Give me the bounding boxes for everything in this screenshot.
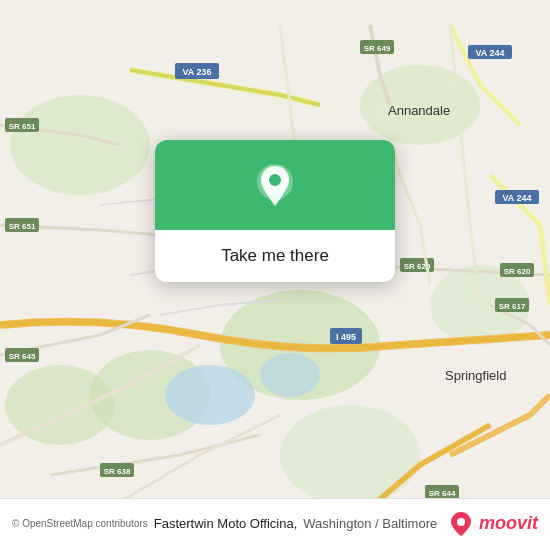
svg-text:Annandale: Annandale (388, 103, 450, 118)
svg-point-43 (457, 518, 465, 526)
cta-icon-area (155, 140, 395, 230)
svg-text:SR 617: SR 617 (499, 302, 526, 311)
svg-text:SR 645: SR 645 (9, 352, 36, 361)
cta-card: Take me there (155, 140, 395, 282)
svg-text:VA 236: VA 236 (182, 67, 211, 77)
moovit-logo: moovit (447, 510, 538, 538)
svg-text:VA 244: VA 244 (502, 193, 531, 203)
place-name: Fastertwin Moto Officina, (154, 516, 298, 531)
svg-point-42 (269, 174, 281, 186)
svg-text:I 495: I 495 (336, 332, 356, 342)
region-name: Washington / Baltimore (303, 516, 437, 531)
take-me-there-button[interactable]: Take me there (155, 230, 395, 282)
svg-point-8 (165, 365, 255, 425)
svg-text:Springfield: Springfield (445, 368, 506, 383)
info-left: © OpenStreetMap contributors Fastertwin … (12, 516, 437, 531)
svg-text:SR 649: SR 649 (364, 44, 391, 53)
svg-point-7 (280, 405, 420, 505)
svg-point-9 (260, 353, 320, 397)
copyright-text: © OpenStreetMap contributors (12, 518, 148, 529)
location-pin-icon (251, 162, 299, 210)
svg-text:SR 651: SR 651 (9, 222, 36, 231)
svg-text:SR 651: SR 651 (9, 122, 36, 131)
svg-text:SR 644: SR 644 (429, 489, 456, 498)
map-container: I 495 VA 236 SR 649 VA 244 SR 651 SR 651… (0, 0, 550, 550)
svg-text:SR 620: SR 620 (504, 267, 531, 276)
svg-point-1 (10, 95, 150, 195)
moovit-text: moovit (479, 513, 538, 534)
svg-text:VA 244: VA 244 (475, 48, 504, 58)
svg-text:SR 638: SR 638 (104, 467, 131, 476)
moovit-icon (447, 510, 475, 538)
info-bar: © OpenStreetMap contributors Fastertwin … (0, 498, 550, 550)
